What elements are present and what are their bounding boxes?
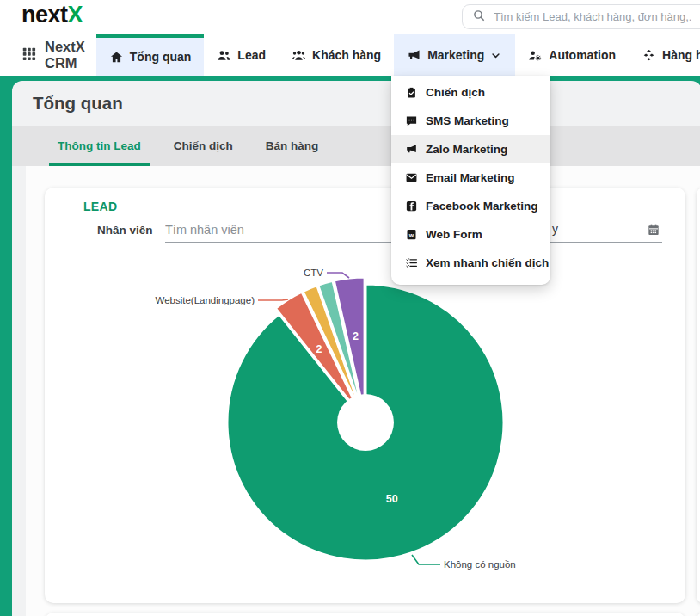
apps-grid-icon[interactable] <box>21 46 36 65</box>
app-logo[interactable]: nextX <box>21 2 83 28</box>
slice-callout-label: Website(Landingpage) <box>155 295 255 305</box>
next-card-edge <box>697 188 700 603</box>
slice-value-label: 2 <box>353 330 359 342</box>
menu-item-label: Chiến dịch <box>426 86 485 99</box>
lower-card-edge <box>45 613 685 616</box>
nav-item-hàng-hóa[interactable]: Hàng hóa <box>629 34 700 76</box>
webform-icon: w <box>404 228 418 241</box>
marketing-dropdown-menu: Chiến dịchSMS MarketingZalo MarketingEma… <box>391 76 550 285</box>
callout-line <box>258 299 288 300</box>
global-search[interactable] <box>462 4 700 29</box>
slice-callout-label: Không có nguồn <box>444 559 516 570</box>
slice-callout-label: CTV <box>304 268 323 278</box>
nav-item-lead[interactable]: Lead <box>204 34 279 76</box>
donut-hole <box>337 394 394 451</box>
logo-text-x: X <box>68 2 83 28</box>
checklist-icon <box>404 256 418 269</box>
menu-item-chiến-dịch[interactable]: Chiến dịch <box>391 78 550 107</box>
envelope-icon <box>404 171 418 184</box>
tab-chiến-dịch[interactable]: Chiến dịch <box>165 126 242 166</box>
tab-bar: Thông tin LeadChiến dịchBán hàng <box>12 126 700 166</box>
automation-icon <box>528 48 543 63</box>
nav-item-label: Automation <box>549 48 616 62</box>
nav-item-khách-hàng[interactable]: Khách hàng <box>279 34 394 76</box>
menu-item-label: Facebook Marketing <box>426 200 538 213</box>
nav-item-tổng-quan[interactable]: Tổng quan <box>96 34 205 76</box>
clipboard-icon <box>404 86 418 99</box>
nav-item-marketing[interactable]: Marketing <box>394 34 515 76</box>
top-header: nextX <box>0 0 700 34</box>
facebook-icon <box>404 200 418 213</box>
home-icon <box>109 50 124 65</box>
brand-title: NextX CRM <box>45 39 85 71</box>
megaphone-icon <box>404 143 418 156</box>
tab-bán-hàng[interactable]: Bán hàng <box>257 126 328 166</box>
tab-thông-tin-lead[interactable]: Thông tin Lead <box>49 126 150 166</box>
nav-item-label: Tổng quan <box>130 50 192 64</box>
page-title: Tổng quan <box>33 93 123 114</box>
lead-card: LEAD Nhân viên y 5022Không có nguồnWebsi… <box>45 188 685 603</box>
menu-item-label: SMS Marketing <box>426 114 509 127</box>
lead-source-donut-chart: 5022Không có nguồnWebsite(Landingpage)CT… <box>45 188 685 603</box>
menu-item-zalo-marketing[interactable]: Zalo Marketing <box>391 135 550 163</box>
callout-line <box>412 555 440 564</box>
chevron-down-icon <box>489 49 502 62</box>
slice-value-label: 50 <box>386 493 398 505</box>
slice-value-label: 2 <box>316 343 322 355</box>
nav-item-label: Khách hàng <box>312 48 381 62</box>
people3-icon <box>292 48 306 63</box>
menu-item-label: Zalo Marketing <box>426 143 507 156</box>
nav-item-automation[interactable]: Automation <box>515 34 629 76</box>
menu-item-web-form[interactable]: wWeb Form <box>391 220 550 249</box>
nav-item-label: Lead <box>237 48 266 62</box>
search-icon <box>472 9 486 26</box>
menu-item-label: Xem nhanh chiến dịch <box>426 256 549 269</box>
menu-item-label: Web Form <box>426 228 482 241</box>
page-background: Tổng quan Thông tin LeadChiến dịchBán hà… <box>0 76 700 616</box>
brand-home-link[interactable]: NextX CRM <box>0 34 96 76</box>
menu-item-email-marketing[interactable]: Email Marketing <box>391 163 550 192</box>
nav-item-label: Hàng hóa <box>662 48 700 62</box>
megaphone-icon <box>407 48 421 63</box>
svg-text:w: w <box>408 232 414 238</box>
boxes-icon <box>642 48 656 63</box>
logo-text-next: next <box>21 2 68 28</box>
people2-icon <box>217 48 231 63</box>
menu-item-label: Email Marketing <box>426 171 515 184</box>
menu-item-sms-marketing[interactable]: SMS Marketing <box>391 107 550 135</box>
menu-item-facebook-marketing[interactable]: Facebook Marketing <box>391 192 550 220</box>
nav-items: Tổng quanLeadKhách hàngMarketingAutomati… <box>96 34 700 76</box>
main-nav: NextX CRM Tổng quanLeadKhách hàngMarketi… <box>0 34 700 76</box>
menu-item-xem-nhanh-chiến-dịch[interactable]: Xem nhanh chiến dịch <box>391 249 550 277</box>
nav-item-label: Marketing <box>427 48 484 62</box>
overview-panel: Tổng quan Thông tin LeadChiến dịchBán hà… <box>12 81 700 616</box>
chat-icon <box>404 114 418 127</box>
search-input[interactable] <box>494 10 691 23</box>
